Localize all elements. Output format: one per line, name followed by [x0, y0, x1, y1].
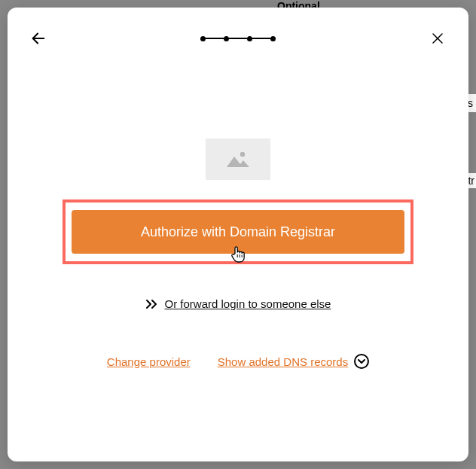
- back-button[interactable]: [29, 29, 48, 48]
- double-chevron-right-icon: [145, 299, 159, 309]
- progress-stepper: [200, 36, 276, 41]
- close-icon: [431, 32, 444, 45]
- step-segment: [206, 38, 224, 39]
- highlight-frame: Authorize with Domain Registrar: [63, 199, 413, 264]
- arrow-left-icon: [30, 30, 47, 47]
- authorize-button[interactable]: Authorize with Domain Registrar: [72, 210, 404, 254]
- expand-dns-button[interactable]: [354, 354, 369, 369]
- close-button[interactable]: [428, 29, 447, 48]
- image-placeholder-icon: [225, 149, 251, 170]
- step-segment: [229, 38, 247, 39]
- step-dot: [247, 36, 252, 41]
- step-dot: [200, 36, 206, 41]
- modal-content: Authorize with Domain Registrar Or forwa…: [29, 139, 447, 369]
- forward-login-row: Or forward login to someone else: [145, 297, 331, 310]
- show-dns-wrap: Show added DNS records: [218, 354, 369, 369]
- step-dot: [270, 36, 276, 41]
- chevron-down-icon: [358, 358, 365, 364]
- provider-logo-placeholder: [206, 139, 270, 180]
- change-provider-link[interactable]: Change provider: [107, 355, 191, 368]
- svg-point-4: [240, 151, 245, 156]
- show-dns-records-link[interactable]: Show added DNS records: [218, 355, 348, 368]
- svg-marker-5: [227, 157, 249, 167]
- secondary-links-row: Change provider Show added DNS records: [107, 354, 369, 369]
- modal-dialog: Authorize with Domain Registrar Or forwa…: [8, 8, 468, 461]
- forward-login-link[interactable]: Or forward login to someone else: [165, 297, 331, 310]
- step-dot: [224, 36, 229, 41]
- step-segment: [252, 38, 270, 39]
- authorize-button-label: Authorize with Domain Registrar: [141, 224, 335, 240]
- modal-header: [29, 29, 447, 48]
